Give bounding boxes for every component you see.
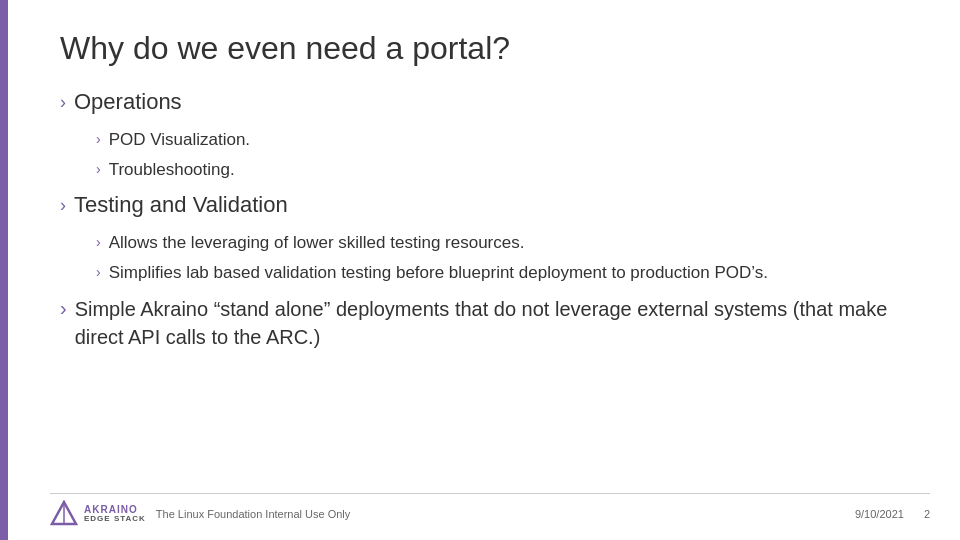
slide-title: Why do we even need a portal? xyxy=(60,30,910,67)
bullet-testing: › Testing and Validation xyxy=(60,192,910,218)
bullet-operations: › Operations xyxy=(60,89,910,115)
slide-content: › Operations › POD Visualization. › Trou… xyxy=(60,89,910,351)
troubleshooting-text: Troubleshooting. xyxy=(109,157,235,183)
chevron-icon-akraino: › xyxy=(60,297,67,320)
leveraging-text: Allows the leveraging of lower skilled t… xyxy=(109,230,525,256)
chevron-icon-operations: › xyxy=(60,92,66,113)
footer-left: AKRAINO EDGE STACK The Linux Foundation … xyxy=(50,500,350,528)
testing-label: Testing and Validation xyxy=(74,192,288,218)
akraino-logo: AKRAINO EDGE STACK xyxy=(50,500,146,528)
slide-footer: AKRAINO EDGE STACK The Linux Foundation … xyxy=(50,493,930,528)
operations-label: Operations xyxy=(74,89,182,115)
slide: Why do we even need a portal? › Operatio… xyxy=(0,0,960,540)
testing-subbullets: › Allows the leveraging of lower skilled… xyxy=(96,230,910,285)
footer-date: 9/10/2021 xyxy=(855,508,904,520)
bullet-leveraging: › Allows the leveraging of lower skilled… xyxy=(96,230,910,256)
logo-sub: EDGE STACK xyxy=(84,515,146,524)
bullet-troubleshooting: › Troubleshooting. xyxy=(96,157,910,183)
chevron-icon-simplifies: › xyxy=(96,264,101,280)
pod-viz-text: POD Visualization. xyxy=(109,127,250,153)
footer-disclaimer: The Linux Foundation Internal Use Only xyxy=(156,508,350,520)
simplifies-text: Simplifies lab based validation testing … xyxy=(109,260,768,286)
bullet-simplifies: › Simplifies lab based validation testin… xyxy=(96,260,910,286)
chevron-icon-pod-viz: › xyxy=(96,131,101,147)
bullet-pod-viz: › POD Visualization. xyxy=(96,127,910,153)
akraino-logo-icon xyxy=(50,500,78,528)
chevron-icon-leveraging: › xyxy=(96,234,101,250)
akraino-text: Simple Akraino “stand alone” deployments… xyxy=(75,295,910,351)
footer-page: 2 xyxy=(924,508,930,520)
bullet-akraino: › Simple Akraino “stand alone” deploymen… xyxy=(60,295,910,351)
akraino-logo-text: AKRAINO EDGE STACK xyxy=(84,504,146,524)
footer-right: 9/10/2021 2 xyxy=(855,508,930,520)
chevron-icon-testing: › xyxy=(60,195,66,216)
operations-subbullets: › POD Visualization. › Troubleshooting. xyxy=(96,127,910,182)
chevron-icon-troubleshooting: › xyxy=(96,161,101,177)
